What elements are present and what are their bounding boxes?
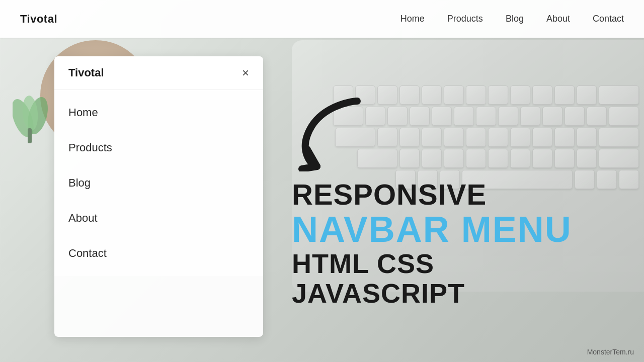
mobile-nav-link-home[interactable]: Home	[54, 95, 263, 130]
nav-item-home[interactable]: Home	[400, 14, 425, 24]
mobile-menu-header: Tivotal ×	[54, 56, 263, 90]
arrow-decoration	[292, 91, 614, 173]
nav-item-blog[interactable]: Blog	[506, 14, 524, 24]
nav-link-products[interactable]: Products	[447, 14, 483, 24]
mobile-nav-link-contact[interactable]: Contact	[54, 236, 263, 271]
nav-item-contact[interactable]: Contact	[593, 14, 624, 24]
mobile-nav-link-blog[interactable]: Blog	[54, 165, 263, 201]
nav-link-blog[interactable]: Blog	[506, 14, 524, 24]
nav-link-about[interactable]: About	[546, 14, 570, 24]
plant-decoration	[13, 88, 48, 145]
hero-line2: NAVBAR MENU	[292, 211, 614, 249]
hero-line3: HTML CSS JAVASCRIPT	[292, 249, 614, 309]
mobile-nav-link-products[interactable]: Products	[54, 130, 263, 165]
navbar: Tivotal Home Products Blog About Contact	[0, 0, 644, 38]
hero-line1: RESPONSIVE	[292, 178, 614, 211]
mobile-menu-card: Tivotal × Home Products Blog About Conta…	[54, 56, 263, 337]
navbar-links: Home Products Blog About Contact	[400, 14, 624, 24]
nav-item-products[interactable]: Products	[447, 14, 483, 24]
watermark: MonsterTem.ru	[587, 348, 634, 356]
hero-content: RESPONSIVE NAVBAR MENU HTML CSS JAVASCRI…	[262, 38, 644, 362]
mobile-menu-brand: Tivotal	[68, 66, 104, 79]
svg-rect-3	[28, 128, 32, 143]
navbar-brand: Tivotal	[20, 13, 57, 26]
nav-link-contact[interactable]: Contact	[593, 14, 624, 24]
nav-item-about[interactable]: About	[546, 14, 570, 24]
mobile-menu-body: Home Products Blog About Contact	[54, 90, 263, 276]
nav-link-home[interactable]: Home	[400, 14, 425, 24]
close-icon[interactable]: ×	[242, 67, 249, 79]
mobile-nav-link-about[interactable]: About	[54, 201, 263, 236]
